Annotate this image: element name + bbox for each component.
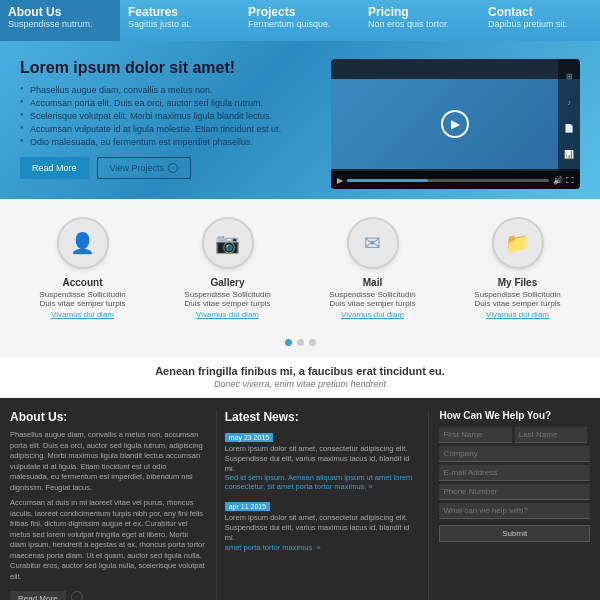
lastname-input[interactable]	[515, 427, 587, 443]
feature-link-files[interactable]: Vivamus dui diam	[451, 310, 584, 319]
news-more-2[interactable]: amet porta tortor maximus. »	[225, 543, 421, 552]
submit-button[interactable]: Submit	[439, 525, 590, 542]
nav-title: Pricing	[368, 5, 472, 19]
video-icons-right: 🔊 ⛶	[553, 176, 574, 185]
nav-item-contact[interactable]: Contact Dapibus pretium sit.	[480, 0, 600, 41]
play-icon[interactable]: ▶	[337, 176, 343, 185]
footer-read-more-button[interactable]: Read More	[10, 591, 66, 600]
footer-about-text2: Accumsan at duis in mi laoreet vitae vel…	[10, 498, 206, 582]
quote-sub: Donec viverra, enim vitae pretium hendre…	[20, 379, 580, 389]
footer: About Us: Phasellus augue diam, convalli…	[0, 398, 600, 600]
footer-about-title: About Us:	[10, 410, 206, 424]
hero-bullets: Phasellus augue diam, convallis a metus …	[20, 85, 319, 147]
feature-title-gallery: Gallery	[161, 277, 294, 288]
hero-title: Lorem ipsum dolor sit amet!	[20, 59, 319, 77]
news-more-1[interactable]: Sed id sem ipsum. Aenean aliquam ipsum u…	[225, 473, 421, 491]
progress-fill	[347, 179, 428, 182]
feature-link-gallery[interactable]: Vivamus dui diam	[161, 310, 294, 319]
feature-icon-wrap-files: 📁	[492, 217, 544, 269]
feature-icon-wrap-gallery: 📷	[202, 217, 254, 269]
nav-item-features[interactable]: Features Sagittis justo at.	[120, 0, 240, 41]
help-input[interactable]	[439, 503, 590, 519]
nav-sub: Dapibus pretium sit.	[488, 19, 592, 29]
feature-sub1-account: Suspendisse Sollicitudin	[16, 290, 149, 299]
dot-2[interactable]	[297, 339, 304, 346]
feature-sub2-gallery: Duis vitae semper turpis	[161, 299, 294, 308]
feature-link-account[interactable]: Vivamus dui diam	[16, 310, 149, 319]
vsicon-1: ⊞	[566, 72, 573, 81]
play-button[interactable]: ▶	[441, 110, 469, 138]
feature-title-mail: Mail	[306, 277, 439, 288]
nav-title: About Us	[8, 5, 112, 19]
hero-buttons: Read More Read More View Projects	[20, 157, 319, 179]
news-item-2: apr 11 2015 Lorem ipsum dolor sit amet, …	[225, 499, 421, 551]
footer-contact-title: How Can We Help You?	[439, 410, 590, 421]
gallery-icon: 📷	[215, 231, 240, 255]
bullet-5: Odio malesuada, eu fermentum est imperdi…	[20, 137, 319, 147]
feature-icon-wrap-mail: ✉	[347, 217, 399, 269]
hero-section: Lorem ipsum dolor sit amet! Phasellus au…	[0, 41, 600, 199]
footer-about-text1: Phasellus augue diam, convallis a metus …	[10, 430, 206, 493]
video-inner: ▶	[331, 79, 580, 169]
phone-input[interactable]	[439, 484, 590, 500]
footer-news: Latest News: may 23 2015 Lorem ipsum dol…	[216, 410, 430, 600]
bullet-2: Accumsan porta elit. Duis ea orci, aucto…	[20, 98, 319, 108]
nav-item-projects[interactable]: Projects Fermentum quisque.	[240, 0, 360, 41]
nav-item-pricing[interactable]: Pricing Non eros quis tortor.	[360, 0, 480, 41]
video-controls: ▶ 🔊 ⛶	[331, 171, 580, 189]
dot-1[interactable]	[285, 339, 292, 346]
vol-icon[interactable]: 🔊	[553, 176, 563, 185]
hero-content: Lorem ipsum dolor sit amet! Phasellus au…	[20, 59, 319, 189]
circle-icon	[168, 163, 178, 173]
quote-section: Aenean fringilla finibus mi, a faucibus …	[0, 356, 600, 398]
footer-news-title: Latest News:	[225, 410, 421, 424]
nav-title: Projects	[248, 5, 352, 19]
bullet-4: Accumsan vulputate id at ligula molestie…	[20, 124, 319, 134]
feature-title-files: My Files	[451, 277, 584, 288]
news-date-2: apr 11 2015	[225, 502, 270, 511]
footer-circle-icon	[71, 591, 83, 601]
feature-sub2-files: Duis vitae semper turpis	[451, 299, 584, 308]
read-more-button[interactable]: Read More	[20, 157, 89, 179]
firstname-input[interactable]	[439, 427, 511, 443]
email-input[interactable]	[439, 465, 590, 481]
nav-sub: Non eros quis tortor.	[368, 19, 472, 29]
main-nav: About Us Suspendisse nutrum. Features Sa…	[0, 0, 600, 41]
feature-mail: ✉ Mail Suspendisse Sollicitudin Duis vit…	[300, 217, 445, 319]
video-sidebar: ⊞ ♪ 📄 📊	[558, 59, 580, 171]
full-icon[interactable]: ⛶	[566, 176, 574, 185]
quote-main: Aenean fringilla finibus mi, a faucibus …	[20, 365, 580, 377]
news-date-1: may 23 2015	[225, 433, 273, 442]
news-text-2: Lorem ipsum dolor sit amet, consectetur …	[225, 513, 421, 542]
nav-sub: Suspendisse nutrum.	[8, 19, 112, 29]
footer-contact: How Can We Help You? Submit	[429, 410, 590, 600]
news-text-1: Lorem ipsum dolor sit amet, consectetur …	[225, 444, 421, 473]
feature-sub2-account: Duis vitae semper turpis	[16, 299, 149, 308]
footer-about: About Us: Phasellus augue diam, convalli…	[10, 410, 216, 600]
feature-gallery: 📷 Gallery Suspendisse Sollicitudin Duis …	[155, 217, 300, 319]
dot-3[interactable]	[309, 339, 316, 346]
carousel-dots	[0, 333, 600, 356]
feature-icon-wrap-account: 👤	[57, 217, 109, 269]
nav-title: Features	[128, 5, 232, 19]
view-projects-button[interactable]: View Projects	[97, 157, 191, 179]
nav-title: Contact	[488, 5, 592, 19]
nav-sub: Fermentum quisque.	[248, 19, 352, 29]
vsicon-4: 📊	[564, 150, 574, 159]
vsicon-3: 📄	[564, 124, 574, 133]
nav-item-about[interactable]: About Us Suspendisse nutrum.	[0, 0, 120, 41]
nav-sub: Sagittis justo at.	[128, 19, 232, 29]
feature-link-mail[interactable]: Vivamus dui diam	[306, 310, 439, 319]
feature-files: 📁 My Files Suspendisse Sollicitudin Duis…	[445, 217, 590, 319]
feature-sub1-mail: Suspendisse Sollicitudin	[306, 290, 439, 299]
feature-account: 👤 Account Suspendisse Sollicitudin Duis …	[10, 217, 155, 319]
feature-sub1-gallery: Suspendisse Sollicitudin	[161, 290, 294, 299]
company-input[interactable]	[439, 446, 590, 462]
hero-video[interactable]: ▶ ⊞ ♪ 📄 📊 ▶ 🔊 ⛶	[331, 59, 580, 189]
vsicon-2: ♪	[567, 98, 571, 107]
features-section: 👤 Account Suspendisse Sollicitudin Duis …	[0, 199, 600, 333]
news-item-1: may 23 2015 Lorem ipsum dolor sit amet, …	[225, 430, 421, 491]
account-icon: 👤	[70, 231, 95, 255]
feature-sub1-files: Suspendisse Sollicitudin	[451, 290, 584, 299]
progress-bar[interactable]	[347, 179, 549, 182]
